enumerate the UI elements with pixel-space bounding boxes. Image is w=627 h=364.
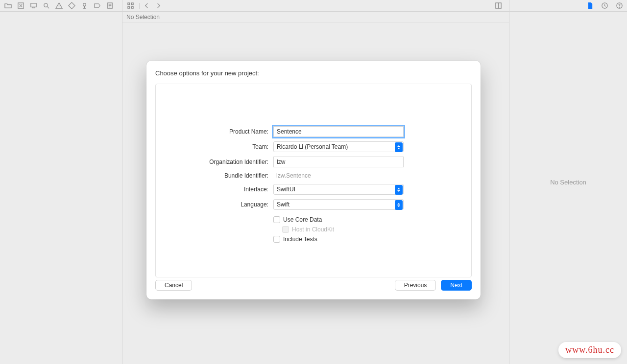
product-name-field[interactable] — [273, 126, 404, 137]
team-popup[interactable]: Ricardo Li (Personal Team) — [273, 141, 404, 152]
cancel-button[interactable]: Cancel — [155, 280, 192, 291]
bundle-id-label: Bundle Identifier: — [156, 172, 273, 179]
cloudkit-checkbox — [282, 226, 289, 233]
sheet-footer: Cancel Previous Next — [155, 280, 472, 291]
next-button[interactable]: Next — [441, 280, 472, 291]
watermark: www.6hu.cc — [558, 342, 621, 358]
interface-popup[interactable]: SwiftUI — [273, 184, 404, 195]
stepper-icon — [395, 142, 403, 152]
team-value: Ricardo Li (Personal Team) — [277, 143, 348, 150]
new-project-sheet: Choose options for your new project: Pro… — [146, 61, 481, 299]
core-data-label: Use Core Data — [283, 216, 322, 223]
stepper-icon — [395, 185, 403, 195]
interface-value: SwiftUI — [277, 186, 295, 193]
org-id-field[interactable] — [273, 157, 404, 167]
language-popup[interactable]: Swift — [273, 199, 404, 210]
bundle-id-value: lzw.Sentence — [273, 170, 404, 181]
sheet-body: Product Name: Team: Ricardo Li (Personal… — [155, 84, 472, 277]
language-label: Language: — [156, 201, 273, 208]
core-data-checkbox[interactable] — [273, 216, 280, 223]
stepper-icon — [395, 200, 403, 210]
sheet-title: Choose options for your new project: — [155, 69, 472, 77]
product-name-label: Product Name: — [156, 128, 273, 135]
team-label: Team: — [156, 143, 273, 150]
language-value: Swift — [277, 201, 289, 208]
tests-label: Include Tests — [283, 236, 317, 243]
cloudkit-label: Host in CloudKit — [292, 226, 334, 233]
tests-checkbox[interactable] — [273, 236, 280, 243]
previous-button[interactable]: Previous — [395, 280, 436, 291]
interface-label: Interface: — [156, 186, 273, 193]
org-id-label: Organization Identifier: — [156, 159, 273, 165]
project-options-form: Product Name: Team: Ricardo Li (Personal… — [156, 124, 471, 244]
